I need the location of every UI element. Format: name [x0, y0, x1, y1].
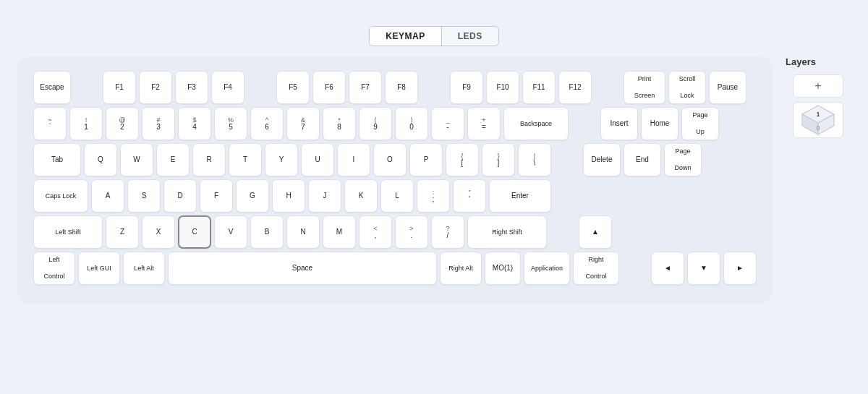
key-arrow-left[interactable]: ◄: [651, 252, 684, 285]
key-0[interactable]: )0: [395, 107, 428, 140]
key-semicolon[interactable]: :;: [417, 179, 450, 213]
key-q[interactable]: Q: [84, 143, 117, 176]
key-arrow-right[interactable]: ►: [723, 252, 757, 285]
svg-text:0: 0: [816, 124, 820, 132]
key-lshift[interactable]: Left Shift: [33, 215, 103, 249]
key-comma[interactable]: <,: [359, 215, 392, 249]
key-rbracket[interactable]: }]: [482, 143, 515, 176]
key-pagedown[interactable]: PageDown: [664, 143, 702, 176]
key-escape[interactable]: Escape: [33, 71, 71, 104]
key-y[interactable]: Y: [265, 143, 298, 176]
key-x[interactable]: X: [142, 215, 175, 249]
layer-card-1[interactable]: 1 0: [793, 102, 843, 138]
key-f4[interactable]: F4: [211, 71, 244, 104]
key-r[interactable]: R: [192, 143, 226, 176]
key-printscreen[interactable]: PrintScreen: [624, 71, 665, 104]
key-f6[interactable]: F6: [312, 71, 346, 104]
key-h[interactable]: H: [272, 179, 305, 213]
key-k[interactable]: K: [344, 179, 378, 213]
key-ralt[interactable]: Right Alt: [440, 252, 482, 285]
row-num: ~`!1@2#3$4%5^6&7*8(9)0_-+=BackspaceInser…: [33, 107, 757, 140]
key-slash[interactable]: ?/: [431, 215, 464, 249]
key-minus[interactable]: _-: [431, 107, 464, 140]
key-f5[interactable]: F5: [276, 71, 310, 104]
key-v[interactable]: V: [214, 215, 247, 249]
key-delete[interactable]: Delete: [583, 143, 621, 176]
key-d[interactable]: D: [163, 179, 197, 213]
key-z[interactable]: Z: [106, 215, 139, 249]
key-j[interactable]: J: [308, 179, 341, 213]
key-arrow-down[interactable]: ▼: [687, 252, 720, 285]
key-pageup[interactable]: PageUp: [681, 107, 719, 140]
svg-text:1: 1: [816, 111, 820, 118]
key-quote[interactable]: "': [453, 179, 486, 213]
key-insert[interactable]: Insert: [600, 107, 638, 140]
layer-add-button[interactable]: +: [793, 74, 843, 98]
layers-panel: Layers + 1 0: [786, 56, 851, 138]
key-t[interactable]: T: [229, 143, 262, 176]
key-gap-side4: [550, 215, 576, 249]
key-s[interactable]: S: [127, 179, 161, 213]
key-gap2: [247, 71, 273, 104]
key-pause[interactable]: Pause: [709, 71, 746, 104]
key-1[interactable]: !1: [69, 107, 103, 140]
key-4[interactable]: $4: [178, 107, 211, 140]
key-p[interactable]: P: [409, 143, 443, 176]
tab-leds[interactable]: LEDS: [442, 27, 498, 46]
key-9[interactable]: (9: [359, 107, 392, 140]
key-f9[interactable]: F9: [450, 71, 483, 104]
key-mo1[interactable]: MO(1): [485, 252, 521, 285]
key-home[interactable]: Home: [641, 107, 678, 140]
key-5[interactable]: %5: [214, 107, 247, 140]
key-period[interactable]: >.: [395, 215, 428, 249]
key-8[interactable]: *8: [323, 107, 356, 140]
key-rshift[interactable]: Right Shift: [467, 215, 547, 249]
key-i[interactable]: I: [337, 143, 370, 176]
key-equals[interactable]: +=: [467, 107, 501, 140]
key-f2[interactable]: F2: [139, 71, 172, 104]
key-space[interactable]: Space: [168, 252, 437, 285]
key-backspace[interactable]: Backspace: [503, 107, 569, 140]
key-f7[interactable]: F7: [349, 71, 382, 104]
key-tilde[interactable]: ~`: [33, 107, 67, 140]
key-f3[interactable]: F3: [175, 71, 208, 104]
key-backslash[interactable]: |\: [518, 143, 551, 176]
key-rctrl[interactable]: RightControl: [573, 252, 619, 285]
key-end[interactable]: End: [624, 143, 661, 176]
key-f12[interactable]: F12: [558, 71, 592, 104]
key-arrow-up[interactable]: ▲: [579, 215, 612, 249]
layer-cube-icon: 1 0: [799, 103, 837, 137]
key-w[interactable]: W: [120, 143, 153, 176]
key-b[interactable]: B: [250, 215, 284, 249]
key-application[interactable]: Application: [524, 252, 570, 285]
key-scrolllock[interactable]: ScrollLock: [668, 71, 706, 104]
key-l[interactable]: L: [380, 179, 414, 213]
key-f8[interactable]: F8: [385, 71, 418, 104]
key-f[interactable]: F: [200, 179, 233, 213]
key-c[interactable]: C: [178, 215, 211, 249]
key-enter[interactable]: Enter: [489, 179, 551, 213]
top-tabs-container: KEYMAP LEDS: [369, 13, 498, 46]
key-n[interactable]: N: [286, 215, 320, 249]
key-lgui[interactable]: Left GUI: [78, 252, 120, 285]
tab-keymap[interactable]: KEYMAP: [370, 27, 441, 46]
key-m[interactable]: M: [323, 215, 356, 249]
key-lctrl[interactable]: LeftControl: [33, 252, 75, 285]
key-a[interactable]: A: [91, 179, 124, 213]
key-lalt[interactable]: Left Alt: [123, 252, 165, 285]
key-capslock[interactable]: Caps Lock: [33, 179, 88, 213]
key-e[interactable]: E: [156, 143, 190, 176]
key-o[interactable]: O: [373, 143, 407, 176]
key-f10[interactable]: F10: [486, 71, 519, 104]
key-f11[interactable]: F11: [522, 71, 556, 104]
key-f1[interactable]: F1: [103, 71, 136, 104]
key-tab[interactable]: Tab: [33, 143, 81, 176]
tab-group: KEYMAP LEDS: [369, 26, 498, 46]
key-3[interactable]: #3: [142, 107, 175, 140]
key-lbracket[interactable]: {[: [446, 143, 479, 176]
key-6[interactable]: ^6: [250, 107, 284, 140]
key-7[interactable]: &7: [286, 107, 320, 140]
key-g[interactable]: G: [236, 179, 269, 213]
key-2[interactable]: @2: [106, 107, 139, 140]
key-u[interactable]: U: [301, 143, 334, 176]
